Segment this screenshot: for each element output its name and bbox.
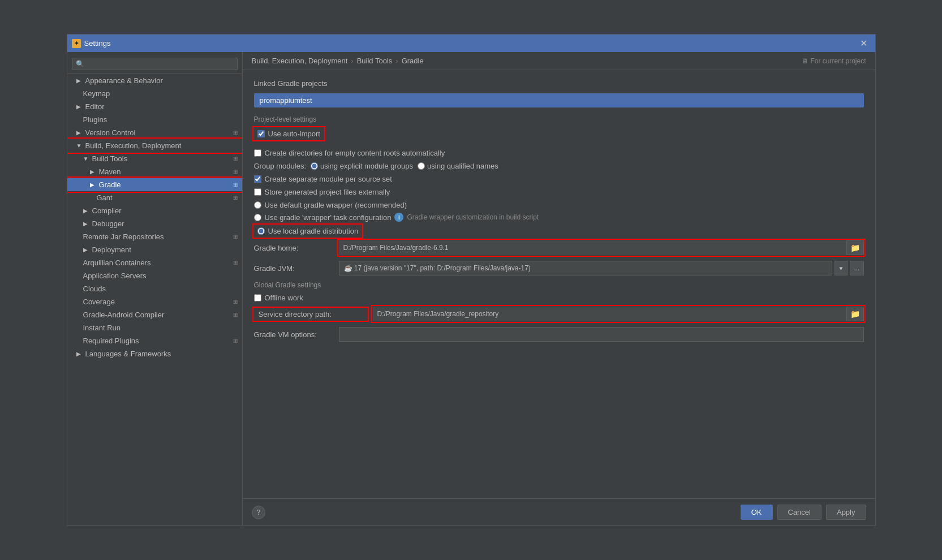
gradle-home-input-wrap: 📁 [339,240,864,255]
gradle-jvm-input[interactable] [339,261,832,275]
auto-import-label[interactable]: Use auto-import [268,130,320,138]
cancel-button[interactable]: Cancel [777,505,821,520]
sidebar-item-label: Clouds [83,285,106,293]
jvm-dots-btn[interactable]: ... [850,261,863,275]
sidebar-item-version-control[interactable]: ▶ Version Control ⊞ [67,126,242,139]
radio-explicit-label[interactable]: using explicit module groups [311,162,413,170]
radio-explicit[interactable] [311,162,318,170]
use-local-row[interactable]: Use local gradle distribution [254,225,864,237]
gradle-vm-row: Gradle VM options: [254,327,864,342]
gradle-vm-input[interactable] [339,327,864,342]
footer-left: ? [252,506,265,519]
sidebar-item-arquillian[interactable]: Arquillian Containers ⊞ [67,256,242,269]
sidebar-item-remote-jar[interactable]: Remote Jar Repositories ⊞ [67,230,242,243]
sidebar-item-keymap[interactable]: Keymap [67,87,242,100]
radio-qualified-label[interactable]: using qualified names [418,162,498,170]
auto-import-checkbox[interactable] [257,130,265,137]
service-dir-folder-btn[interactable]: 📁 [846,307,864,321]
breadcrumb-part1: Build, Execution, Deployment [252,57,348,65]
gradle-home-folder-btn[interactable]: 📁 [846,240,864,255]
close-button[interactable]: ✕ [857,37,871,50]
breadcrumb-part2: Build Tools [357,57,393,65]
sidebar-item-gradle[interactable]: ▶ Gradle ⊞ [67,178,242,191]
help-button[interactable]: ? [252,506,265,519]
radio-qualified[interactable] [418,162,425,170]
use-default-wrapper-row[interactable]: Use default gradle wrapper (recommended) [254,201,864,209]
sidebar-item-coverage[interactable]: Coverage ⊞ [67,295,242,308]
sidebar-item-gant[interactable]: Gant ⊞ [67,191,242,204]
use-wrapper-task-row[interactable]: Use gradle 'wrapper' task configuration … [254,213,864,222]
sidebar-item-clouds[interactable]: Clouds [67,282,242,295]
sidebar-item-maven[interactable]: ▶ Maven ⊞ [67,165,242,178]
gradle-jvm-label: Gradle JVM: [254,264,333,273]
sidebar-item-instant-run[interactable]: Instant Run [67,321,242,334]
gradle-vm-input-wrap [339,327,864,342]
sidebar-item-debugger[interactable]: ▶ Debugger [67,217,242,230]
create-separate-row: Create separate module per source set [254,175,864,183]
info-icon[interactable]: i [394,213,403,222]
sidebar-item-compiler[interactable]: ▶ Compiler [67,204,242,217]
sidebar-item-label: Build Tools [92,154,128,163]
sidebar-item-gradle-android[interactable]: Gradle-Android Compiler ⊞ [67,308,242,321]
store-generated-label[interactable]: Store generated project files externally [265,188,390,196]
use-wrapper-task-label[interactable]: Use gradle 'wrapper' task configuration [265,213,392,222]
store-generated-row: Store generated project files externally [254,188,864,196]
offline-work-label[interactable]: Offline work [265,294,303,302]
arrow-icon: ▶ [90,169,97,175]
radio-wrapper-task[interactable] [254,214,261,221]
arrow-icon: ▶ [76,104,83,110]
breadcrumb-sep2: › [395,57,398,65]
gradle-home-input[interactable] [339,240,846,255]
sidebar-item-label: Instant Run [83,324,121,332]
arrow-icon: ▶ [83,221,90,227]
sidebar-item-build-tools[interactable]: ▼ Build Tools ⊞ [67,152,242,165]
ext-icon: ⊞ [233,156,238,162]
sidebar-item-plugins[interactable]: Plugins [67,113,242,126]
ext-icon: ⊞ [233,338,238,344]
sidebar-item-build-execution[interactable]: ▼ Build, Execution, Deployment [67,139,242,152]
jvm-dropdown-btn[interactable]: ▼ [835,261,848,275]
sidebar-item-label: Coverage [83,298,115,306]
title-bar-left: ✦ Settings [72,39,111,48]
radio-default-wrapper[interactable] [254,201,261,209]
project-level-title: Project-level settings [254,115,864,123]
ext-icon: ⊞ [233,299,238,305]
global-title: Global Gradle settings [254,281,864,289]
create-dirs-checkbox[interactable] [254,149,261,157]
gradle-vm-label: Gradle VM options: [254,330,333,339]
sidebar-item-label: Required Plugins [83,337,139,345]
app-icon: ✦ [72,39,81,48]
create-separate-label[interactable]: Create separate module per source set [265,175,392,183]
sidebar-item-label: Plugins [83,115,107,124]
use-default-label[interactable]: Use default gradle wrapper (recommended) [265,201,407,209]
arrow-icon: ▶ [83,247,90,253]
apply-button[interactable]: Apply [826,505,866,520]
sidebar-item-deployment[interactable]: ▶ Deployment [67,243,242,256]
service-dir-input[interactable] [373,307,846,321]
create-dirs-label[interactable]: Create directories for empty content roo… [265,149,445,157]
sidebar-item-app-servers[interactable]: Application Servers [67,269,242,282]
sidebar-item-required-plugins[interactable]: Required Plugins ⊞ [67,334,242,347]
sidebar-item-appearance[interactable]: ▶ Appearance & Behavior [67,74,242,87]
offline-work-checkbox[interactable] [254,294,261,301]
radio-local-gradle[interactable] [257,227,265,235]
arrow-icon: ▼ [83,156,90,162]
sidebar-item-languages[interactable]: ▶ Languages & Frameworks [67,347,242,360]
gradle-wrapper-info: Gradle wrapper customization in build sc… [407,213,539,221]
ext-icon: ⊞ [233,182,238,188]
sidebar-item-label: Version Control [85,128,136,137]
radio-qualified-text: using qualified names [427,162,498,170]
use-local-label[interactable]: Use local gradle distribution [268,227,359,235]
linked-project-item[interactable]: promappiumtest [254,93,864,107]
linked-projects-title: Linked Gradle projects [254,79,864,88]
content-panel: Linked Gradle projects promappiumtest Pr… [243,70,875,498]
sidebar-item-editor[interactable]: ▶ Editor [67,100,242,113]
sidebar-item-label: Maven [99,167,121,176]
arrow-icon: ▶ [90,182,97,188]
create-separate-checkbox[interactable] [254,175,261,183]
ok-button[interactable]: OK [741,505,773,520]
search-input[interactable] [72,58,238,70]
sidebar-item-label: Remote Jar Repositories [83,232,164,241]
arrow-icon: ▶ [76,77,83,84]
store-generated-checkbox[interactable] [254,188,261,196]
